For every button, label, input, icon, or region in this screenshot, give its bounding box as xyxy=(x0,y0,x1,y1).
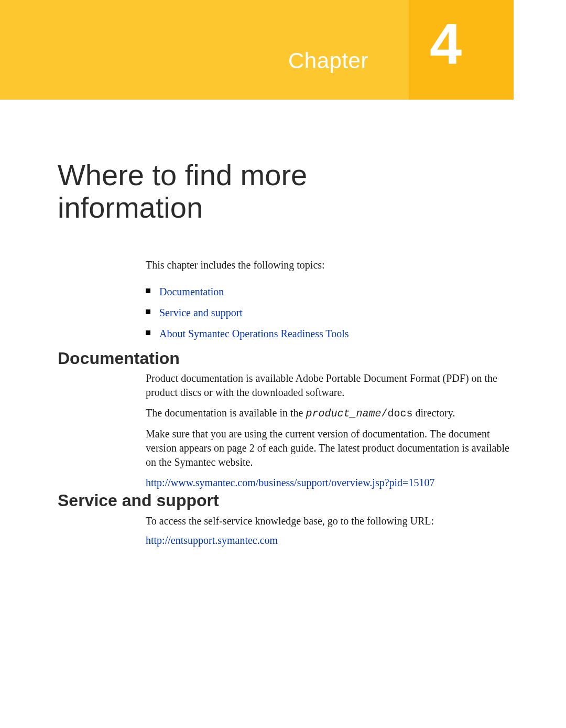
section-body-documentation: Product documentation is available Adobe… xyxy=(146,371,514,496)
document-page: Chapter 4 Where to find more information… xyxy=(0,0,566,728)
text: directory. xyxy=(413,407,455,419)
topic-link-service[interactable]: Service and support xyxy=(159,307,243,318)
section-heading-service: Service and support xyxy=(58,491,219,510)
topic-link-documentation[interactable]: Documentation xyxy=(159,286,224,297)
list-item: About Symantec Operations Readiness Tool… xyxy=(146,326,349,341)
code-path: /docs xyxy=(382,408,413,420)
paragraph: http://entsupport.symantec.com xyxy=(146,533,514,548)
chapter-label: Chapter xyxy=(288,48,368,73)
service-support-link[interactable]: http://entsupport.symantec.com xyxy=(146,534,278,546)
topics-list: Documentation Service and support About … xyxy=(146,278,349,341)
paragraph: http://www.symantec.com/business/support… xyxy=(146,476,514,490)
section-body-service: To access the self-service knowledge bas… xyxy=(146,514,514,553)
paragraph: To access the self-service knowledge bas… xyxy=(146,514,514,528)
paragraph: The documentation is available in the pr… xyxy=(146,406,514,421)
chapter-banner: Chapter 4 xyxy=(0,0,566,100)
section-heading-documentation: Documentation xyxy=(58,349,180,368)
intro-text: This chapter includes the following topi… xyxy=(146,259,325,271)
text: The documentation is available in the xyxy=(146,407,306,419)
list-item: Documentation xyxy=(146,284,349,299)
topic-link-sort[interactable]: About Symantec Operations Readiness Tool… xyxy=(159,328,349,339)
list-item: Service and support xyxy=(146,305,349,320)
code-path: product_name xyxy=(306,408,381,420)
page-title: Where to find more information xyxy=(58,159,456,223)
paragraph: Make sure that you are using the current… xyxy=(146,427,514,469)
paragraph: Product documentation is available Adobe… xyxy=(146,371,514,400)
chapter-number: 4 xyxy=(430,15,462,72)
doc-support-link[interactable]: http://www.symantec.com/business/support… xyxy=(146,477,434,488)
